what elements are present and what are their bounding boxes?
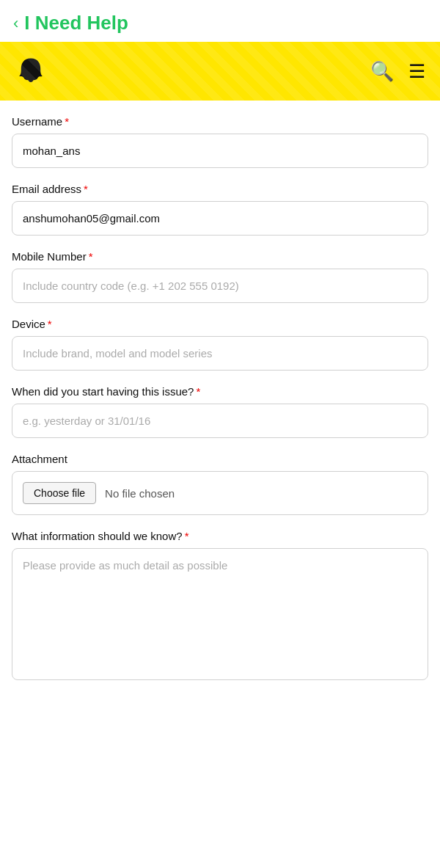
username-label: Username * [12,115,428,128]
menu-icon[interactable]: ☰ [408,60,425,83]
page-title: I Need Help [24,12,128,34]
device-input[interactable] [12,336,428,371]
back-nav: ‹ I Need Help [0,0,440,42]
issue-date-input[interactable] [12,404,428,438]
mobile-input[interactable] [12,269,428,303]
issue-date-field-group: When did you start having this issue? * [12,385,428,438]
device-field-group: Device * [12,318,428,371]
device-required: * [48,318,52,330]
no-file-text: No file chosen [105,487,175,500]
attachment-box: Choose file No file chosen [12,471,428,515]
info-required: * [185,530,189,542]
email-field-group: Email address * [12,183,428,236]
banner-actions: 🔍 ☰ [370,60,425,83]
attachment-label: Attachment [12,453,428,465]
mobile-label: Mobile Number * [12,250,428,263]
issue-date-required: * [196,385,200,398]
back-arrow-icon[interactable]: ‹ [13,15,18,32]
snapchat-banner: 🔍 ☰ [0,42,440,101]
email-required: * [84,183,88,195]
issue-date-label: When did you start having this issue? * [12,385,428,398]
snapchat-ghost-icon [15,55,47,87]
email-input[interactable] [12,201,428,236]
attachment-field-group: Attachment Choose file No file chosen [12,453,428,515]
mobile-field-group: Mobile Number * [12,250,428,303]
username-field-group: Username * [12,115,428,168]
info-field-group: What information should we know? * [12,530,428,683]
device-label: Device * [12,318,428,330]
email-label: Email address * [12,183,428,195]
help-form: Username * Email address * Mobile Number… [0,101,440,712]
mobile-required: * [89,250,93,263]
username-input[interactable] [12,134,428,168]
username-required: * [65,115,69,128]
info-textarea[interactable] [12,548,428,680]
choose-file-button[interactable]: Choose file [23,482,96,504]
search-icon[interactable]: 🔍 [370,60,394,83]
info-label: What information should we know? * [12,530,428,542]
